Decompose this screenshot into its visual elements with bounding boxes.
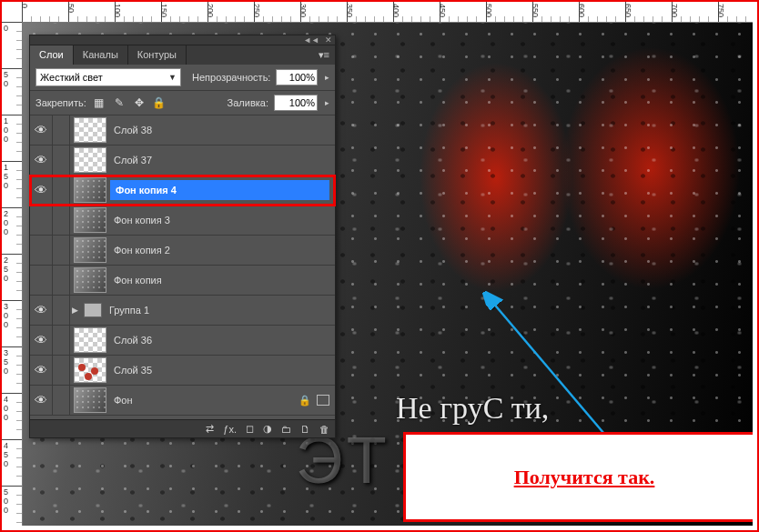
visibility-toggle[interactable]: 👁 — [30, 236, 53, 265]
visibility-toggle[interactable]: 👁 — [30, 266, 53, 295]
ruler-tick-label: 100 — [113, 4, 122, 17]
ruler-tick-label: 350 — [345, 4, 354, 17]
fill-input[interactable]: 100% — [274, 95, 318, 111]
layer-row[interactable]: 👁Слой 35 — [30, 356, 335, 386]
panel-close-icon[interactable]: ✕ — [325, 36, 332, 45]
visibility-toggle[interactable]: 👁 — [30, 176, 53, 205]
link-cell[interactable] — [53, 115, 70, 145]
link-cell[interactable] — [53, 296, 70, 325]
layer-name[interactable]: Фон копия 4 — [110, 180, 329, 200]
layer-row[interactable]: 👁Фон🔒 — [30, 386, 335, 416]
layer-name[interactable]: Слой 35 — [110, 365, 335, 376]
layer-thumbnail[interactable] — [74, 147, 106, 173]
layer-row[interactable]: 👁▶Группа 1 — [30, 296, 335, 326]
visibility-toggle[interactable]: 👁 — [30, 146, 53, 175]
link-cell[interactable] — [53, 326, 70, 355]
lock-transparency-icon[interactable]: ▦ — [92, 95, 106, 110]
ruler-tick-label: 500 — [4, 487, 8, 515]
layers-panel[interactable]: ◄◄ ✕ Слои Каналы Контуры ▾≡ Жесткий свет… — [29, 35, 336, 438]
screenshot-frame: 0501001502002503003504004505005506006507… — [0, 0, 759, 532]
layer-row[interactable]: 👁Фон копия 2 — [30, 236, 335, 266]
layer-end-marker — [317, 395, 329, 406]
fill-slider-icon[interactable]: ▸ — [325, 98, 329, 107]
ruler-tick-label: 50 — [66, 4, 76, 13]
annotation-callout: Получится так. — [403, 432, 753, 522]
panel-titlebar[interactable]: ◄◄ ✕ — [30, 35, 335, 45]
opacity-label: Непрозрачность: — [192, 72, 270, 83]
layer-thumbnail[interactable] — [74, 237, 106, 263]
ruler-tick-label: 50 — [4, 70, 8, 88]
ruler-tick-label: 250 — [252, 4, 261, 17]
blend-row: Жесткий свет ▼ Непрозрачность: 100% ▸ — [30, 65, 335, 91]
layer-name[interactable]: Группа 1 — [106, 305, 335, 316]
delete-layer-icon[interactable]: 🗑 — [319, 424, 329, 435]
tab-channels[interactable]: Каналы — [74, 45, 128, 65]
lock-pixels-icon[interactable]: ✎ — [112, 95, 126, 110]
layer-row[interactable]: 👁Слой 36 — [30, 326, 335, 356]
link-cell[interactable] — [53, 176, 70, 205]
ruler-tick-label: 150 — [4, 163, 8, 190]
panel-collapse-icon[interactable]: ◄◄ — [303, 36, 319, 45]
svg-line-0 — [487, 296, 614, 446]
visibility-toggle[interactable]: 👁 — [30, 115, 53, 145]
lock-all-icon[interactable]: 🔒 — [152, 95, 167, 110]
ruler-horizontal[interactable]: 0501001502002503003504004505005506006507… — [22, 2, 753, 23]
ruler-tick-label: 400 — [391, 4, 400, 17]
panel-menu-icon[interactable]: ▾≡ — [313, 45, 335, 65]
layer-row[interactable]: 👁Фон копия — [30, 266, 335, 296]
blend-mode-select[interactable]: Жесткий свет ▼ — [35, 68, 181, 86]
adjustment-layer-icon[interactable]: ◑ — [263, 423, 272, 435]
tab-layers[interactable]: Слои — [30, 45, 74, 65]
layer-name[interactable]: Фон копия 3 — [110, 215, 335, 226]
layer-name[interactable]: Фон копия 2 — [110, 245, 335, 256]
ruler-tick-label: 200 — [206, 4, 215, 17]
layer-thumbnail[interactable] — [74, 117, 106, 143]
layer-thumbnail[interactable] — [74, 177, 106, 203]
link-cell[interactable] — [53, 206, 70, 235]
ruler-tick-label: 750 — [716, 4, 725, 17]
lock-label: Закрепить: — [35, 97, 86, 108]
lock-row: Закрепить: ▦ ✎ ✥ 🔒 Заливка: 100% ▸ — [30, 91, 335, 115]
new-layer-icon[interactable]: 🗋 — [300, 424, 310, 435]
tab-paths[interactable]: Контуры — [128, 45, 187, 65]
layer-mask-icon[interactable]: ◻ — [246, 423, 254, 435]
opacity-slider-icon[interactable]: ▸ — [325, 73, 329, 82]
link-cell[interactable] — [53, 386, 70, 415]
ruler-tick-label: 250 — [4, 256, 8, 283]
layer-row[interactable]: 👁Фон копия 3 — [30, 206, 335, 236]
link-cell[interactable] — [53, 146, 70, 175]
layer-row[interactable]: 👁Фон копия 4 — [30, 176, 335, 206]
layer-thumbnail[interactable] — [74, 387, 106, 413]
ruler-tick-label: 400 — [4, 395, 8, 422]
layer-name[interactable]: Фон — [110, 395, 299, 406]
expand-triangle-icon[interactable]: ▶ — [72, 306, 78, 315]
layers-list[interactable]: 👁Слой 38👁Слой 37👁Фон копия 4👁Фон копия 3… — [30, 115, 335, 416]
ruler-tick-label: 200 — [4, 209, 8, 236]
layer-fx-icon[interactable]: ƒx. — [223, 424, 237, 435]
layer-thumbnail[interactable] — [74, 207, 106, 233]
link-cell[interactable] — [53, 266, 70, 295]
opacity-input[interactable]: 100% — [276, 69, 318, 85]
layer-row[interactable]: 👁Слой 38 — [30, 115, 335, 146]
layer-name[interactable]: Слой 38 — [110, 125, 335, 136]
visibility-toggle[interactable]: 👁 — [30, 386, 53, 415]
visibility-toggle[interactable]: 👁 — [30, 206, 53, 235]
ruler-vertical[interactable]: 050100150200250300350400450500 — [2, 22, 23, 526]
link-layers-icon[interactable]: ⇄ — [206, 423, 214, 435]
visibility-toggle[interactable]: 👁 — [30, 296, 53, 325]
layer-thumbnail[interactable] — [74, 267, 106, 293]
lock-position-icon[interactable]: ✥ — [132, 95, 147, 110]
layer-name[interactable]: Фон копия — [110, 275, 335, 286]
visibility-toggle[interactable]: 👁 — [30, 356, 53, 385]
link-cell[interactable] — [53, 356, 70, 385]
visibility-toggle[interactable]: 👁 — [30, 326, 53, 355]
ruler-origin[interactable] — [2, 2, 23, 23]
layer-thumbnail[interactable] — [74, 327, 106, 353]
layer-name[interactable]: Слой 37 — [110, 155, 335, 166]
layer-group-icon[interactable]: 🗀 — [281, 424, 291, 435]
layer-thumbnail[interactable] — [74, 357, 106, 383]
ruler-tick-label: 100 — [4, 116, 8, 144]
link-cell[interactable] — [53, 236, 70, 265]
layer-row[interactable]: 👁Слой 37 — [30, 146, 335, 176]
layer-name[interactable]: Слой 36 — [110, 335, 335, 346]
